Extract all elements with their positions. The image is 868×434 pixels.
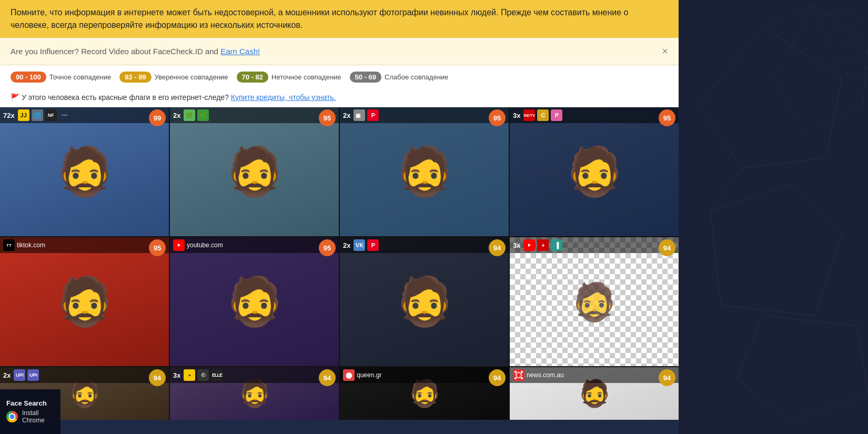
svg-line-13 bbox=[789, 184, 842, 237]
close-button[interactable]: × bbox=[662, 45, 668, 57]
score-94-9: 94 bbox=[149, 369, 166, 386]
red-flag-section: 🚩 У этого человека есть красные флаги в … bbox=[0, 89, 679, 107]
result-card-6[interactable]: 🧔 youtube.com 95 bbox=[170, 237, 339, 366]
photo-7: 🧔 bbox=[340, 237, 509, 366]
score-legend: 90 - 100 Точное совпадение 83 - 89 Увере… bbox=[0, 65, 679, 89]
card-header-9: 2x UPI UPI bbox=[0, 367, 169, 383]
background-pattern bbox=[658, 0, 868, 434]
svg-text:▣: ▣ bbox=[356, 113, 360, 118]
result-card-1[interactable]: 🧔 72x JJ 🌐 NF ··· 99 bbox=[0, 107, 169, 236]
svg-point-32 bbox=[514, 371, 517, 373]
source-icon-youtube-6 bbox=[173, 239, 185, 251]
source-icon-nf: NF bbox=[45, 109, 57, 121]
svg-line-18 bbox=[857, 326, 868, 395]
score-label-70: Неточное совпадение bbox=[271, 73, 341, 81]
score-94-12: 94 bbox=[659, 369, 675, 386]
svg-line-10 bbox=[815, 5, 842, 79]
result-card-4[interactable]: 🧔 3x NDTV C P 95 bbox=[510, 107, 679, 236]
card-header-7: 2x VK P bbox=[340, 237, 509, 253]
svg-point-33 bbox=[521, 371, 523, 373]
source-icon-upi1: UPI bbox=[14, 369, 25, 381]
source-icon-elle: ELLE bbox=[211, 369, 223, 381]
svg-line-5 bbox=[826, 79, 842, 158]
sidebar-face-search: Face Search bbox=[6, 399, 47, 408]
warning-banner: Помните, что информация в интернете може… bbox=[0, 0, 679, 38]
card-header-10: 3x • © ELLE bbox=[170, 367, 339, 383]
score-95-4: 95 bbox=[659, 109, 675, 126]
photo-3: 🧔 bbox=[340, 107, 509, 236]
svg-point-34 bbox=[514, 377, 517, 379]
source-count-10: 3x bbox=[173, 371, 180, 379]
source-icon-jj: JJ bbox=[18, 109, 29, 121]
sidebar-chrome: Chrome bbox=[22, 417, 45, 424]
score-pill-90: 90 - 100 bbox=[11, 72, 46, 83]
result-card-8[interactable]: 🧔 3x + ▐ 94 bbox=[510, 237, 679, 366]
source-icon-pinterest-3: P bbox=[367, 109, 379, 121]
source-icon-thumb: ▣ bbox=[354, 109, 365, 121]
card-header-5: TT tiktok.com bbox=[0, 237, 169, 253]
svg-line-4 bbox=[763, 26, 842, 79]
result-card-3[interactable]: 🧔 2x ▣ P 95 bbox=[340, 107, 509, 236]
source-count-8: 3x bbox=[513, 241, 520, 249]
source-count-9: 2x bbox=[3, 371, 11, 379]
source-icon-upi2: UPI bbox=[27, 369, 39, 381]
svg-marker-0 bbox=[700, 26, 842, 168]
score-99: 99 bbox=[149, 109, 166, 126]
source-text-tiktok: tiktok.com bbox=[17, 241, 166, 249]
result-card-11[interactable]: 🧔 ⬤ queen.gr 94 bbox=[340, 367, 509, 420]
svg-line-20 bbox=[736, 379, 789, 421]
sidebar-install: Install bbox=[22, 409, 45, 417]
influencer-text: Are you Influencer? Record Video about F… bbox=[11, 47, 260, 56]
score-label-90: Точное совпадение bbox=[49, 73, 111, 81]
result-card-2[interactable]: 🧔 2x 🌿 🌿 95 bbox=[170, 107, 339, 236]
svg-marker-1 bbox=[773, 5, 868, 132]
source-count-2: 2x bbox=[173, 112, 180, 119]
svg-line-15 bbox=[721, 305, 815, 316]
source-count-1: 72x bbox=[3, 112, 15, 119]
score-94-11: 94 bbox=[489, 369, 506, 386]
result-card-7[interactable]: 🧔 2x VK P 94 bbox=[340, 237, 509, 366]
result-card-5[interactable]: 🧔 TT tiktok.com 95 bbox=[0, 237, 169, 366]
svg-line-14 bbox=[815, 237, 842, 316]
card-header-2: 2x 🌿 🌿 bbox=[170, 107, 339, 123]
svg-line-6 bbox=[742, 158, 826, 168]
earn-cash-link[interactable]: Earn Cash! bbox=[220, 47, 260, 56]
source-icon-yt2 bbox=[523, 239, 535, 251]
source-icon-medplus: + bbox=[537, 239, 549, 251]
svg-line-16 bbox=[710, 210, 721, 305]
source-icon-globe: 🌐 bbox=[32, 109, 43, 121]
source-icon-pink: P bbox=[551, 109, 562, 121]
influencer-banner: Are you Influencer? Record Video about F… bbox=[0, 38, 679, 65]
photo-6: 🧔 bbox=[170, 237, 339, 366]
card-header-11: ⬤ queen.gr bbox=[340, 367, 509, 383]
chrome-icon bbox=[6, 411, 18, 422]
score-label-83: Уверенное совпадение bbox=[155, 73, 228, 81]
svg-line-8 bbox=[700, 26, 763, 105]
score-95-3: 95 bbox=[489, 109, 506, 126]
result-card-12[interactable]: 🧔 news.com.au 94 bbox=[510, 367, 679, 420]
source-text-news: news.com.au bbox=[527, 371, 675, 379]
photo-8: 🧔 bbox=[510, 237, 679, 366]
svg-marker-3 bbox=[736, 316, 868, 421]
buy-credits-link[interactable]: Купите кредиты, чтобы узнать. bbox=[231, 93, 336, 102]
score-pill-83: 83 - 89 bbox=[119, 72, 151, 83]
svg-line-21 bbox=[736, 316, 763, 379]
source-icon-green2: 🌿 bbox=[197, 109, 209, 121]
svg-marker-2 bbox=[710, 184, 842, 316]
card-header-12: news.com.au bbox=[510, 367, 679, 383]
source-icon-teal: ▐ bbox=[551, 239, 562, 251]
card-header-3: 2x ▣ P bbox=[340, 107, 509, 123]
source-icon-pinterest-7: P bbox=[367, 239, 379, 251]
score-label-50: Слабое совпадение bbox=[385, 73, 448, 81]
source-count-3: 2x bbox=[343, 112, 350, 119]
score-95-6: 95 bbox=[319, 239, 336, 256]
source-icon-green1: 🌿 bbox=[184, 109, 195, 121]
score-badge-83: 83 - 89 Уверенное совпадение bbox=[119, 72, 228, 83]
score-pill-70: 70 - 82 bbox=[237, 72, 268, 83]
source-icon-copyright: © bbox=[197, 369, 209, 381]
result-card-10[interactable]: 🧔 3x • © ELLE 94 bbox=[170, 367, 339, 420]
svg-line-19 bbox=[789, 395, 868, 421]
score-95-2: 95 bbox=[319, 109, 336, 126]
score-badge-50: 50 - 69 Слабое совпадение bbox=[350, 72, 449, 83]
svg-line-9 bbox=[763, 5, 815, 26]
